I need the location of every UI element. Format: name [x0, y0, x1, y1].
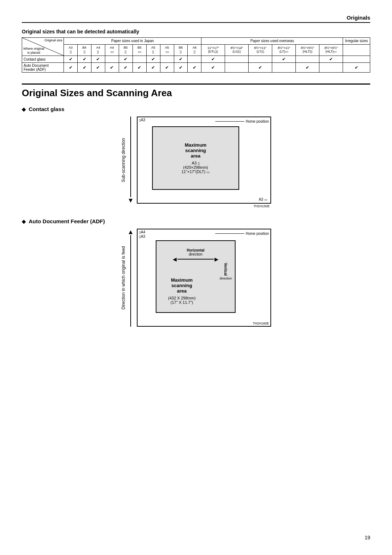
table-header-row1: Original size Where original is placed P… — [22, 38, 370, 45]
cg-8hx14 — [225, 56, 249, 63]
adf-title: ◆ Auto Document Feeder (ADF) — [22, 218, 370, 224]
size-8hx11l: 8½"×11"(LT)▭ — [272, 44, 296, 56]
page-header: Originals — [22, 15, 370, 23]
size-b6: B6▯ — [174, 44, 188, 56]
table-header-row2: A3▯ B4▯ A4▯ A4▭ B5▯ B5▭ A5▯ A5▭ B6▯ A6▯ … — [22, 44, 370, 56]
adf-b6: ✔ — [174, 63, 188, 73]
adf-direction-container: Direction in which original is feed ▲ — [121, 229, 134, 327]
adf-horizontal-arrow: Horizontal direction ◀ ▶ — [159, 248, 232, 262]
cg-8hx11l: ✔ — [272, 56, 296, 63]
row-label-adf: Auto DocumentFeeder (ADF) — [22, 63, 64, 73]
cg-home-position: Home position — [215, 119, 269, 123]
adf-b5p: ✔ — [119, 63, 132, 73]
cg-size-labels: A3 ▯ (420×298mm) 11"×17"(DLT) ▭ — [181, 161, 210, 174]
adf-top-labels: ▯A4 — [139, 230, 145, 234]
main-section-title: Original Sizes and Scanning Area — [22, 87, 370, 99]
cg-b5p: ✔ — [119, 56, 132, 63]
cg-irregular — [343, 56, 370, 63]
adf-a3-label: ▯A3 — [139, 234, 145, 238]
detect-table: Original size Where original is placed P… — [22, 37, 370, 73]
adf-vertical-label: Vertical — [224, 263, 228, 276]
size-a4p: A4▯ — [91, 44, 105, 56]
main-section: Original Sizes and Scanning Area ◆ Conta… — [22, 83, 370, 327]
adf-a3: ✔ — [64, 63, 78, 73]
cg-a5l — [160, 56, 174, 63]
size-8hx5hp: 8½"×5½"(HLT)▯ — [296, 44, 319, 56]
header-title: Originals — [347, 15, 370, 21]
diamond-icon-adf: ◆ — [22, 219, 26, 224]
cg-b5l — [132, 56, 146, 63]
size-a5p: A5▯ — [146, 44, 160, 56]
adf-a5p: ✔ — [146, 63, 160, 73]
cg-arrow: ▼ — [127, 117, 134, 204]
cg-max-label: Maximum scanning area — [185, 142, 207, 159]
cg-direction-container: Sub-scanning direction ▼ — [121, 117, 134, 204]
adf-direction-label: Direction in which original is feed — [121, 246, 126, 310]
adf-diagram-box: ▯A4 ▯A3 Home position — [137, 229, 271, 327]
adf-hlt-l — [319, 63, 343, 73]
detect-section-title: Original sizes that can be detected auto… — [22, 29, 370, 34]
size-8hx11: 8½"×11"(LT)▯ — [249, 44, 272, 56]
cg-arrow-line — [130, 117, 131, 197]
adf-a6: ✔ — [188, 63, 201, 73]
diagonal-top-label: Original size — [45, 38, 63, 42]
table-row-adf: Auto DocumentFeeder (ADF) ✔ ✔ ✔ ✔ ✔ ✔ ✔ … — [22, 63, 370, 73]
diagonal-header: Original size Where original is placed — [22, 38, 64, 56]
diamond-icon-cg: ◆ — [22, 106, 26, 112]
adf-diagram-code: TH2H160E — [253, 322, 269, 325]
adf-horizontal-label: Horizontal — [187, 248, 204, 252]
size-b5l: B5▭ — [132, 44, 146, 56]
contact-glass-diagram-container: Sub-scanning direction ▼ ▯A3 Home — [105, 117, 287, 204]
cg-diagram-box: ▯A3 Home position Maximum scanning area — [137, 117, 271, 204]
adf-horiz-arrows: ◀ ▶ — [173, 256, 219, 262]
cg-a4p: ✔ — [91, 56, 105, 63]
cg-b6: ✔ — [174, 56, 188, 63]
diagonal-bottom-label: Where original is placed — [23, 47, 44, 55]
cg-b4: ✔ — [78, 56, 91, 63]
row-label-contact-glass: Contact glass — [22, 56, 64, 63]
size-a4l: A4▭ — [105, 44, 119, 56]
size-irregular — [343, 44, 370, 56]
size-8hx5hl: 8½"×5½"(HLT)▭ — [319, 44, 343, 56]
cg-hlt-p — [296, 56, 319, 63]
adf-home-position: Home position — [215, 232, 269, 236]
size-a3: A3▯ — [64, 44, 78, 56]
size-a6: A6▯ — [188, 44, 201, 56]
adf-diagram-container: Direction in which original is feed ▲ ▯A… — [105, 229, 287, 327]
page-number: 19 — [364, 535, 370, 540]
irregular-header: Irregular sizes — [343, 38, 370, 45]
contact-glass-section: ◆ Contact glass Sub-scanning direction ▼ — [22, 106, 370, 204]
size-b4: B4▯ — [78, 44, 91, 56]
cg-diagram-code: TH2H150E — [253, 204, 270, 208]
cg-a5p: ✔ — [146, 56, 160, 63]
cg-11x17: ✔ — [201, 56, 225, 63]
cg-corner-label: A3 ▭ — [259, 197, 268, 201]
size-a5l: A5▭ — [160, 44, 174, 56]
table-row-contact-glass: Contact glass ✔ ✔ ✔ ✔ ✔ ✔ ✔ ✔ ✔ — [22, 56, 370, 63]
adf-11x17: ✔ — [201, 63, 225, 73]
adf-vertical-container: Vertical direction — [220, 263, 232, 280]
japan-header: Paper sizes used in Japan — [64, 38, 201, 45]
adf-arrow: ▲ — [127, 229, 134, 327]
adf-arrow-up: ▲ — [127, 229, 134, 235]
adf-size-labels: (432 X 298mm) (17" X 11.7") — [160, 296, 204, 305]
size-11x17: 11"×17"(DTL)▯ — [201, 44, 225, 56]
adf-a4l: ✔ — [105, 63, 119, 73]
adf-section: ◆ Auto Document Feeder (ADF) Direction i… — [22, 218, 370, 327]
cg-hlt-l: ✔ — [319, 56, 343, 63]
adf-hlt-p: ✔ — [296, 63, 319, 73]
cg-8hx11p — [249, 56, 272, 63]
adf-irregular: ✔ — [343, 63, 370, 73]
cg-a6 — [188, 56, 201, 63]
size-8hx14: 8½"×14"(LG)▯ — [225, 44, 249, 56]
adf-arrow-line — [130, 235, 131, 327]
adf-vertical-sub: direction — [220, 277, 232, 280]
cg-direction-label: Sub-scanning direction — [121, 138, 126, 182]
cg-a4l — [105, 56, 119, 63]
overseas-header: Paper sizes used overseas — [201, 38, 343, 45]
adf-b4: ✔ — [78, 63, 91, 73]
cg-a3-top-label: ▯A3 — [139, 118, 145, 122]
adf-a4p: ✔ — [91, 63, 105, 73]
adf-a4-label: ▯A4 — [139, 230, 145, 234]
adf-8hx14 — [225, 63, 249, 73]
